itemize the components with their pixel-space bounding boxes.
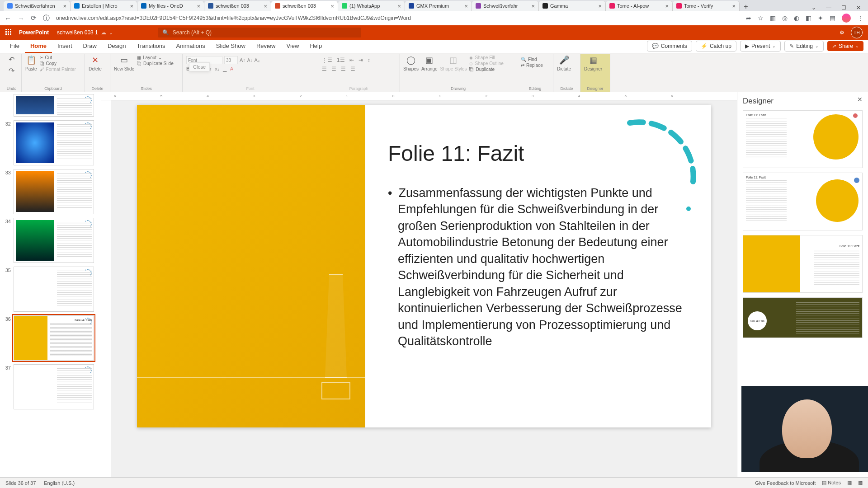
reload-button[interactable]: ⟳ <box>31 14 37 22</box>
doc-dropdown-icon[interactable]: ⌄ <box>109 30 113 35</box>
browser-tab[interactable]: GMX Premium× <box>405 1 472 11</box>
align-right-button[interactable]: ☰ <box>341 66 346 72</box>
slide-thumbnail[interactable] <box>14 364 94 409</box>
slide-stage[interactable]: Folie 11: Fazit Zusammenfassung der wich… <box>111 100 737 477</box>
tab-close-icon[interactable]: × <box>598 3 602 9</box>
clear-format-icon[interactable]: Aₓ <box>255 57 260 63</box>
close-icon[interactable]: ✕ <box>856 5 861 11</box>
indent-button[interactable]: ⇥ <box>359 57 363 63</box>
browser-tab[interactable]: Tome - AI-pow× <box>606 1 673 11</box>
tab-close-icon[interactable]: × <box>63 3 66 9</box>
shape-styles-button[interactable]: ◫Shape Styles <box>440 55 467 71</box>
line-spacing-button[interactable]: ↕ <box>368 57 370 63</box>
extensions-icon[interactable]: ✦ <box>818 14 823 22</box>
notes-button[interactable]: ▤ Notes <box>822 480 841 486</box>
normal-view-icon[interactable]: ▦ <box>847 480 852 486</box>
search-box[interactable]: 🔍 Search (Alt + Q) <box>158 28 361 38</box>
copy-button[interactable]: ⿻Copy <box>40 61 76 66</box>
slide-thumbnail-rail[interactable]: 3233343536Folie 11: Fazit37 <box>0 92 101 477</box>
editing-mode-button[interactable]: ✎Editing⌄ <box>784 41 824 52</box>
redo-button[interactable]: ↷ <box>9 66 14 75</box>
app-launcher-icon[interactable] <box>5 29 13 36</box>
tab-close-icon[interactable]: × <box>330 3 334 9</box>
design-option-2[interactable]: Folie 11: Fazit <box>743 173 863 230</box>
designer-close-button[interactable]: ✕ <box>857 96 863 103</box>
menu-file[interactable]: File <box>5 40 25 53</box>
tab-close-icon[interactable]: × <box>130 3 133 9</box>
document-title[interactable]: schweißen 003 1 <box>57 29 98 36</box>
catchup-button[interactable]: ⚡Catch up <box>696 41 736 52</box>
menu-review[interactable]: Review <box>251 40 281 53</box>
browser-tab[interactable]: Gamma× <box>539 1 606 11</box>
menu-view[interactable]: View <box>281 40 305 53</box>
find-button[interactable]: 🔍Find <box>521 57 543 62</box>
ext-4-icon[interactable]: ◧ <box>806 14 811 22</box>
slide-thumbnail[interactable] <box>14 169 94 214</box>
ext-2-icon[interactable]: ◎ <box>782 14 788 22</box>
browser-tab[interactable]: schweißen 003× <box>271 1 338 11</box>
menu-slide-show[interactable]: Slide Show <box>211 40 251 53</box>
menu-animations[interactable]: Animations <box>171 40 211 53</box>
browser-tab[interactable]: My files - OneD× <box>137 1 204 11</box>
shape-outline-button[interactable]: ◇Shape Outline <box>469 61 503 66</box>
settings-icon[interactable]: ⚙ <box>840 29 844 36</box>
site-info-icon[interactable]: ⓘ <box>43 14 50 23</box>
highlight-button[interactable]: ▁ <box>223 66 226 72</box>
url-input[interactable]: onedrive.live.com/edit.aspx?resid=3DE02F… <box>56 15 740 21</box>
layout-button[interactable]: ▦Layout ⌄ <box>137 55 174 60</box>
slide-thumbnail[interactable]: Folie 11: Fazit <box>14 315 94 361</box>
font-color-button[interactable]: A <box>230 66 233 72</box>
share-button[interactable]: ↗Share⌄ <box>827 41 863 51</box>
browser-tab[interactable]: schweißen 003× <box>204 1 271 11</box>
justify-button[interactable]: ☰ <box>350 66 355 72</box>
tab-close-icon[interactable]: × <box>464 3 468 9</box>
sorter-view-icon[interactable]: ▩ <box>858 480 863 486</box>
ext-1-icon[interactable]: ▥ <box>770 14 776 22</box>
replace-button[interactable]: ⇄Replace <box>521 63 543 68</box>
arrange-button[interactable]: ▣Arrange <box>421 55 438 71</box>
duplicate-slide-button[interactable]: ⿻Duplicate Slide <box>137 61 174 66</box>
current-slide[interactable]: Folie 11: Fazit Zusammenfassung der wich… <box>137 105 711 427</box>
menu-home[interactable]: Home <box>25 40 52 53</box>
comments-button[interactable]: 💬Comments <box>647 41 692 52</box>
decrease-font-icon[interactable]: A↓ <box>247 58 253 63</box>
tab-close-icon[interactable]: × <box>732 3 736 9</box>
bullets-button[interactable]: ⋮☰ <box>322 57 332 63</box>
present-button[interactable]: ▶Present⌄ <box>740 41 781 52</box>
cut-button[interactable]: ✂Cut <box>40 55 76 60</box>
browser-tab[interactable]: (1) WhatsApp× <box>338 1 405 11</box>
duplicate-button[interactable]: ⿻Duplicate <box>469 67 503 72</box>
profile-avatar[interactable] <box>842 14 851 23</box>
increase-font-icon[interactable]: A↑ <box>240 57 245 63</box>
new-slide-button[interactable]: ▭ New Slide <box>114 55 134 71</box>
browser-tab[interactable]: Schweißverfahr× <box>472 1 539 11</box>
design-option-4[interactable]: Folie 11: Fazit <box>743 297 863 338</box>
menu-icon[interactable]: ⋮ <box>857 14 863 22</box>
tab-close-icon[interactable]: × <box>531 3 535 9</box>
forward-button[interactable]: → <box>18 14 24 22</box>
new-tab-button[interactable]: + <box>740 3 752 11</box>
tab-close-icon[interactable]: × <box>197 3 200 9</box>
menu-help[interactable]: Help <box>304 40 327 53</box>
user-avatar[interactable]: TH <box>851 27 863 38</box>
subscript-button[interactable]: x₂ <box>215 66 219 72</box>
side-panel-icon[interactable]: ▤ <box>830 14 835 22</box>
menu-draw[interactable]: Draw <box>78 40 102 53</box>
font-size-select[interactable] <box>224 56 238 64</box>
shapes-button[interactable]: ◯Shapes <box>403 55 419 71</box>
feedback-link[interactable]: Give Feedback to Microsoft <box>755 480 816 486</box>
browser-tab[interactable]: Tome - Verify× <box>673 1 740 11</box>
browser-tab[interactable]: Erstellen | Micro× <box>71 1 137 11</box>
format-painter-button[interactable]: 🖌Format Painter <box>40 67 76 72</box>
designer-button[interactable]: ▦Designer <box>584 55 602 71</box>
language-status[interactable]: English (U.S.) <box>44 480 75 486</box>
shape-fill-button[interactable]: ◆Shape Fill <box>469 55 503 60</box>
design-option-3[interactable]: Folie 11: Fazit <box>743 235 863 293</box>
bookmark-icon[interactable]: ☆ <box>758 14 764 22</box>
dictate-button[interactable]: 🎤Dictate <box>557 55 571 71</box>
undo-button[interactable]: ↶ <box>9 55 14 64</box>
maximize-icon[interactable]: ☐ <box>841 5 846 11</box>
menu-insert[interactable]: Insert <box>52 40 78 53</box>
delete-button[interactable]: ✕ Delete <box>89 55 102 71</box>
outdent-button[interactable]: ⇤ <box>349 57 354 63</box>
